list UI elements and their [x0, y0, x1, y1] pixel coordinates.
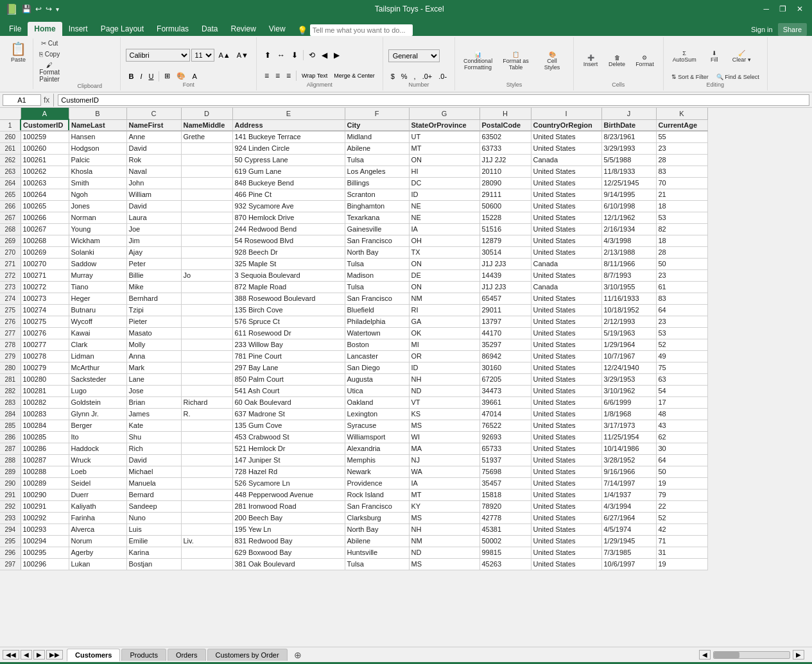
table-cell[interactable]: San Diego: [345, 362, 409, 373]
table-cell[interactable]: [181, 489, 232, 500]
table-cell[interactable]: 48: [656, 408, 707, 420]
table-cell[interactable]: [181, 547, 232, 558]
table-cell[interactable]: United States: [531, 189, 601, 200]
table-cell[interactable]: Glynn Jr.: [69, 408, 126, 420]
col-header-h[interactable]: H: [479, 108, 531, 119]
row-number[interactable]: 279: [0, 350, 21, 362]
table-cell[interactable]: United States: [531, 512, 601, 524]
table-cell[interactable]: [181, 454, 232, 466]
row-number[interactable]: 268: [0, 223, 21, 235]
table-cell[interactable]: Ito: [69, 431, 126, 443]
row-number[interactable]: 270: [0, 246, 21, 258]
table-cell[interactable]: Mark: [126, 362, 181, 373]
formula-input[interactable]: [58, 94, 809, 106]
sheet-scroll-next[interactable]: ▶: [33, 650, 45, 660]
table-cell[interactable]: 50600: [479, 200, 531, 212]
format-painter-button[interactable]: 🖌 Format Painter: [36, 60, 63, 84]
table-cell[interactable]: NE: [409, 212, 479, 223]
table-cell[interactable]: 850 Palm Court: [232, 373, 345, 385]
table-cell[interactable]: 281 Ironwood Road: [232, 500, 345, 512]
table-cell[interactable]: 100274: [21, 304, 69, 316]
table-cell[interactable]: 9/14/1995: [601, 189, 656, 200]
table-cell[interactable]: 6/6/1999: [601, 396, 656, 408]
delete-button[interactable]: 🗑 Delete: [605, 52, 629, 70]
tab-view[interactable]: View: [263, 22, 292, 36]
table-cell[interactable]: 848 Buckeye Bend: [232, 177, 345, 189]
cell-reference-input[interactable]: [3, 94, 41, 106]
table-cell[interactable]: 100280: [21, 373, 69, 385]
table-cell[interactable]: Sandeep: [126, 500, 181, 512]
row-number[interactable]: 292: [0, 500, 21, 512]
table-cell[interactable]: Richard: [181, 396, 232, 408]
tab-home[interactable]: Home: [28, 22, 62, 36]
table-cell[interactable]: 100267: [21, 223, 69, 235]
table-cell[interactable]: 2/12/1993: [601, 316, 656, 327]
table-cell[interactable]: 60 Oak Boulevard: [232, 396, 345, 408]
table-cell[interactable]: McArthur: [69, 362, 126, 373]
table-cell[interactable]: 453 Crabwood St: [232, 431, 345, 443]
table-cell[interactable]: Lidman: [69, 350, 126, 362]
table-cell[interactable]: MA: [409, 443, 479, 454]
table-cell[interactable]: Jones: [69, 200, 126, 212]
table-cell[interactable]: 65457: [479, 293, 531, 304]
table-cell[interactable]: [181, 223, 232, 235]
table-cell[interactable]: 8/23/1961: [601, 131, 656, 142]
table-cell[interactable]: 83: [656, 166, 707, 177]
table-cell[interactable]: 6/27/1964: [601, 512, 656, 524]
table-cell[interactable]: 100282: [21, 396, 69, 408]
table-cell[interactable]: 872 Maple Road: [232, 281, 345, 293]
table-cell[interactable]: Clark: [69, 339, 126, 350]
table-cell[interactable]: 19: [656, 477, 707, 489]
decimal-decrease-button[interactable]: .0-: [436, 71, 449, 81]
row-number[interactable]: 283: [0, 396, 21, 408]
table-cell[interactable]: 83: [656, 293, 707, 304]
table-cell[interactable]: TX: [409, 246, 479, 258]
row-number[interactable]: 271: [0, 258, 21, 269]
table-cell[interactable]: United States: [531, 304, 601, 316]
table-cell[interactable]: HI: [409, 166, 479, 177]
text-direction-button[interactable]: ⟲: [306, 49, 318, 61]
table-cell[interactable]: United States: [531, 489, 601, 500]
table-cell[interactable]: 17: [656, 396, 707, 408]
table-cell[interactable]: 100288: [21, 466, 69, 477]
fill-button[interactable]: ⬇ Fill: [703, 47, 726, 65]
table-cell[interactable]: Lexington: [345, 408, 409, 420]
table-cell[interactable]: 100292: [21, 512, 69, 524]
table-cell[interactable]: [181, 281, 232, 293]
sheet-tab-products[interactable]: Products: [121, 649, 166, 661]
table-cell[interactable]: Midland: [345, 131, 409, 142]
table-cell[interactable]: Rich: [126, 443, 181, 454]
table-cell[interactable]: 141 Buckeye Terrace: [232, 131, 345, 142]
table-cell[interactable]: 15818: [479, 489, 531, 500]
table-cell[interactable]: Haddock: [69, 443, 126, 454]
table-cell[interactable]: United States: [531, 454, 601, 466]
table-cell[interactable]: Lugo: [69, 385, 126, 396]
table-cell[interactable]: [181, 142, 232, 154]
table-cell[interactable]: CustomerID: [21, 119, 69, 131]
table-cell[interactable]: San Francisco: [345, 500, 409, 512]
row-number[interactable]: 286: [0, 431, 21, 443]
table-cell[interactable]: 448 Pepperwood Avenue: [232, 489, 345, 500]
table-cell[interactable]: San Francisco: [345, 293, 409, 304]
table-cell[interactable]: 30: [656, 443, 707, 454]
table-cell[interactable]: [181, 385, 232, 396]
table-cell[interactable]: UT: [409, 131, 479, 142]
table-cell[interactable]: 100275: [21, 316, 69, 327]
merge-center-button[interactable]: Merge & Center: [331, 71, 377, 80]
table-cell[interactable]: 31: [656, 547, 707, 558]
table-cell[interactable]: 65733: [479, 443, 531, 454]
quick-save-icon[interactable]: 💾: [22, 4, 31, 13]
table-cell[interactable]: ID: [409, 362, 479, 373]
table-cell[interactable]: 3/17/1973: [601, 420, 656, 431]
table-cell[interactable]: 76522: [479, 420, 531, 431]
table-cell[interactable]: Philadelphia: [345, 316, 409, 327]
restore-button[interactable]: ❐: [775, 3, 790, 15]
table-cell[interactable]: OK: [409, 327, 479, 339]
currency-button[interactable]: $: [388, 71, 397, 81]
table-cell[interactable]: [181, 327, 232, 339]
table-cell[interactable]: 3/28/1952: [601, 454, 656, 466]
table-cell[interactable]: 8/11/1966: [601, 258, 656, 269]
table-cell[interactable]: 4/3/1994: [601, 500, 656, 512]
table-cell[interactable]: MS: [409, 512, 479, 524]
search-input[interactable]: [310, 24, 413, 36]
